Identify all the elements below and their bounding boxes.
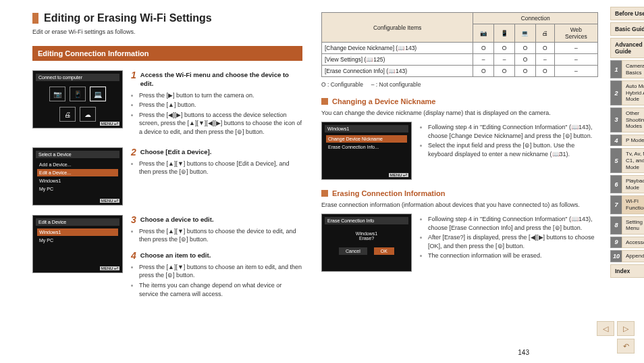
menu-item-selected: Windows1 [37, 228, 118, 236]
table-row: [Erase Connection Info] (📖143)OOOO– [322, 66, 598, 77]
td-name: [Change Device Nickname] (📖143) [322, 43, 473, 54]
step-3-bullets: Press the [▲][▼] buttons to choose the d… [131, 227, 302, 244]
th-items: Configurable Items [322, 13, 473, 43]
bullet: Press the [▲][▼] buttons to choose the d… [139, 227, 302, 244]
menu-corner: MENU ⮐ [100, 266, 119, 270]
table-row: [Change Device Nickname] (📖143)OOOO– [322, 43, 598, 54]
step-1-num: 1 [131, 70, 136, 80]
step-4-title: Choose an item to edit. [140, 251, 211, 260]
section-heading: Editing Connection Information [32, 46, 302, 61]
menu-item: Erase Connection Info... [326, 143, 407, 151]
thumb-edit-device: Edit a Device Windows1 My PC MENU ⮐ [32, 215, 123, 273]
nav-ch-3[interactable]: 3Other Shooting Modes [610, 107, 644, 132]
thumb-nickname: Windows1 Change Device Nickname Erase Co… [321, 122, 412, 180]
dlg-line: Windows1 [326, 231, 407, 236]
sub1-intro: You can change the device nickname (disp… [321, 110, 598, 116]
sub2-bullets: Following step 4 in "Editing Connection … [420, 215, 598, 260]
td-name: [Erase Connection Info] (📖143) [322, 66, 473, 77]
thumb-connect: Connect to computer 📷 📱 💻 🖨 ☁ MENU ⮐ [32, 70, 123, 128]
thumb-title: Erase Connection Info [325, 217, 408, 224]
sidebar-nav: Before Use Basic Guide Advanced Guide 1C… [610, 0, 644, 363]
bullet: Press the [▲] button. [139, 101, 302, 110]
bullet: Select the input field and press the [⊚]… [428, 141, 598, 158]
menu-item: Windows1 [37, 177, 118, 185]
menu-item: Add a Device... [37, 161, 118, 168]
td-name: [View Settings] (📖125) [322, 54, 473, 66]
sub2-intro: Erase connection information (informatio… [321, 201, 598, 208]
bullet: The connection information will be erase… [428, 251, 598, 260]
step-3-num: 3 [131, 215, 136, 224]
sub1-bullets: Following step 4 in "Editing Connection … [420, 123, 598, 158]
menu-item: My PC [37, 237, 118, 244]
th-col: 📱 [494, 24, 515, 43]
bullet: Press the [▶] button to turn the camera … [139, 91, 302, 100]
page-title-text: Editing or Erasing Wi-Fi Settings [44, 12, 212, 24]
nav-ch-1[interactable]: 1Camera Basics [610, 60, 644, 78]
menu-corner: MENU ⮐ [100, 122, 119, 126]
config-table: Configurable Items Connection 📷 📱 💻 🖨 We… [321, 12, 598, 77]
nav-ch-10[interactable]: 10Appendix [610, 250, 644, 262]
camera-icon: 📷 [49, 87, 65, 101]
menu-item-selected: Change Device Nickname [326, 135, 407, 143]
table-legend: O : Configurable – : Not configurable [321, 81, 598, 88]
thumb3-title: Edit a Device [36, 218, 119, 226]
step-4-num: 4 [131, 251, 136, 260]
nav-ch-6[interactable]: 6Playback Mode [610, 175, 644, 193]
nav-basic-guide[interactable]: Basic Guide [610, 22, 644, 36]
page-nav-buttons: ◁ ▷ ↶ [597, 321, 635, 354]
sub2-heading: Erasing Connection Information [321, 189, 598, 197]
menu-corner: MENU ⮐ [100, 199, 119, 203]
nav-ch-4[interactable]: 4P Mode [610, 135, 644, 147]
menu-corner: MENU ⮐ [389, 173, 408, 177]
thumb-title: Windows1 [325, 125, 408, 132]
nav-index[interactable]: Index [610, 264, 644, 278]
nav-ch-5[interactable]: 5Tv, Av, M, C1, and C2 Mode [610, 148, 644, 173]
thumb-select-device: Select a Device Add a Device... Edit a D… [32, 147, 123, 205]
bullet: Following step 4 in "Editing Connection … [428, 215, 598, 232]
step-1-bullets: Press the [▶] button to turn the camera … [131, 91, 302, 137]
next-page-button[interactable]: ▷ [617, 321, 635, 336]
th-col: Web Services [554, 24, 597, 43]
th-col: 📷 [473, 24, 494, 43]
th-col: 💻 [515, 24, 536, 43]
th-connection: Connection [473, 13, 598, 24]
page-number: 143 [518, 349, 529, 356]
bullet: Press the [▲][▼] buttons to choose an it… [139, 263, 302, 280]
nav-ch-7[interactable]: 7Wi-Fi Functions [610, 195, 644, 214]
phone-icon: 📱 [70, 87, 86, 101]
step-3-title: Choose a device to edit. [140, 215, 214, 224]
nav-ch-2[interactable]: 2Auto Mode / Hybrid Auto Mode [610, 80, 644, 105]
step-2-bullets: Press the [▲][▼] buttons to choose [Edit… [131, 160, 302, 176]
step-2-num: 2 [131, 147, 136, 157]
sub1-heading: Changing a Device Nickname [321, 97, 598, 105]
step-2-title: Choose [Edit a Device]. [140, 147, 212, 156]
thumb1-title: Connect to computer [36, 74, 119, 81]
dlg-line: Erase? [326, 236, 407, 241]
menu-item-selected: Edit a Device... [37, 169, 118, 176]
bullet: Following step 4 in "Editing Connection … [428, 123, 598, 140]
nav-advanced-guide[interactable]: Advanced Guide [610, 38, 644, 58]
th-col: 🖨 [535, 24, 554, 43]
thumb2-title: Select a Device [36, 151, 119, 158]
laptop-icon: 💻 [90, 87, 106, 101]
return-button[interactable]: ↶ [617, 339, 635, 354]
step-4-bullets: Press the [▲][▼] buttons to choose an it… [131, 263, 302, 298]
thumb-erase: Erase Connection Info Windows1 Erase? Ca… [321, 214, 412, 272]
bullet: Press the [◀][▶] buttons to access the d… [139, 111, 302, 137]
dlg-cancel: Cancel [339, 247, 367, 255]
dlg-ok: OK [374, 247, 394, 255]
nav-before-use[interactable]: Before Use [610, 7, 644, 20]
step-1-title: Access the Wi-Fi menu and choose the dev… [140, 70, 302, 89]
prev-page-button[interactable]: ◁ [597, 321, 614, 336]
bullet: Press the [▲][▼] buttons to choose [Edit… [139, 160, 302, 176]
intro-text: Edit or erase Wi-Fi settings as follows. [32, 28, 302, 35]
menu-item: My PC [37, 185, 118, 193]
table-row: [View Settings] (📖125)––O–– [322, 54, 598, 66]
bullet: The items you can change depend on what … [139, 281, 302, 298]
printer-icon: 🖨 [59, 107, 76, 122]
page-title: Editing or Erasing Wi-Fi Settings [32, 12, 302, 24]
bullet: After [Erase?] is displayed, press the [… [428, 233, 598, 250]
nav-ch-8[interactable]: 8Setting Menu [610, 216, 644, 235]
cloud-icon: ☁ [80, 107, 96, 122]
nav-ch-9[interactable]: 9Accessories [610, 237, 644, 249]
